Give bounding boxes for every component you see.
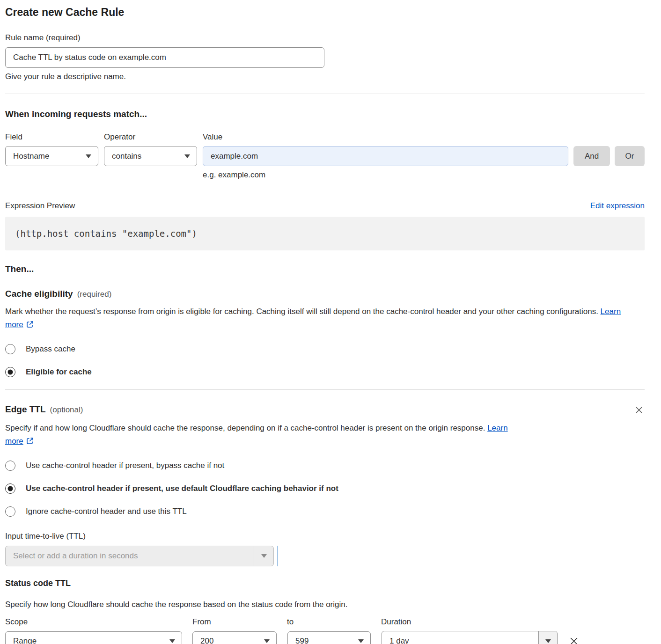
required-note: (required) (77, 290, 112, 299)
radio-option-bypass-cache[interactable]: Bypass cache (5, 344, 645, 354)
expression-header: Expression Preview Edit expression (5, 201, 645, 211)
or-button[interactable]: Or (615, 146, 645, 166)
radio-option-ignore-cc[interactable]: Ignore cache-control header and use this… (5, 506, 645, 517)
radio-selected-icon[interactable] (5, 483, 15, 494)
to-select-value: 599 (295, 637, 353, 644)
from-select[interactable]: 200 (192, 631, 277, 644)
status-code-ttl-heading: Status code TTL (5, 578, 645, 588)
radio-label: Eligible for cache (26, 367, 92, 377)
then-heading: Then... (5, 264, 645, 274)
edge-ttl-description-text: Specify if and how long Cloudflare shoul… (5, 424, 485, 432)
close-icon (634, 409, 644, 416)
rule-name-helper: Give your rule a descriptive name. (5, 72, 645, 81)
ttl-select-placeholder: Select or add a duration in seconds (6, 551, 254, 561)
duration-select[interactable]: 1 day (382, 631, 558, 644)
field-select-value: Hostname (13, 152, 81, 161)
edge-ttl-heading: Edge TTL (5, 404, 46, 415)
status-code-ttl-description: Specify how long Cloudflare should cache… (5, 598, 645, 611)
radio-label: Use cache-control header if present, use… (26, 484, 338, 493)
page-title: Create new Cache Rule (5, 6, 645, 19)
ttl-select-row: Select or add a duration in seconds (5, 546, 645, 566)
text-cursor-bar (277, 546, 278, 566)
external-link-icon (26, 436, 34, 443)
rule-name-label: Rule name (required) (5, 33, 645, 43)
from-select-value: 200 (200, 637, 259, 644)
radio-unselected-icon[interactable] (5, 506, 15, 517)
radio-label: Ignore cache-control header and use this… (26, 507, 187, 516)
operator-select-value: contains (112, 152, 180, 161)
from-label: From (192, 617, 287, 627)
radio-option-eligible-for-cache[interactable]: Eligible for cache (5, 367, 645, 377)
ttl-select-arrow-button[interactable] (254, 546, 273, 566)
cache-eligibility-description-text: Mark whether the request’s response from… (5, 307, 598, 316)
match-controls-row: Hostname contains And Or (5, 146, 645, 166)
status-controls-row: Range 200 599 1 day (5, 631, 645, 644)
section-divider (5, 94, 645, 94)
field-select[interactable]: Hostname (5, 146, 98, 166)
duration-select-value: 1 day (382, 631, 538, 644)
edge-ttl-heading-group: Edge TTL (optional) (5, 404, 83, 415)
create-cache-rule-form: Create new Cache Rule Rule name (require… (0, 0, 661, 644)
value-label: Value (203, 132, 222, 142)
expression-preview-box: (http.host contains "example.com") (5, 217, 645, 250)
section-divider (5, 389, 645, 390)
chevron-down-icon (264, 639, 270, 643)
value-hint: e.g. example.com (203, 170, 645, 180)
chevron-down-icon (358, 639, 364, 643)
chevron-down-icon (184, 154, 190, 158)
scope-select[interactable]: Range (5, 631, 182, 644)
optional-note: (optional) (50, 405, 83, 415)
radio-selected-icon[interactable] (5, 367, 15, 377)
operator-label: Operator (104, 132, 203, 142)
cache-eligibility-description: Mark whether the request’s response from… (5, 305, 635, 331)
edit-expression-link[interactable]: Edit expression (590, 201, 645, 211)
ttl-duration-select[interactable]: Select or add a duration in seconds (5, 546, 274, 566)
radio-unselected-icon[interactable] (5, 461, 15, 471)
ttl-input-label: Input time-to-live (TTL) (5, 532, 645, 541)
duration-label: Duration (381, 617, 411, 627)
radio-unselected-icon[interactable] (5, 344, 15, 354)
match-heading: When incoming requests match... (5, 109, 645, 119)
chevron-down-icon (261, 554, 267, 558)
cache-eligibility-heading-row: Cache eligibility (required) (5, 289, 645, 299)
duration-select-arrow-button[interactable] (538, 631, 557, 644)
scope-label: Scope (5, 617, 192, 627)
scope-select-value: Range (13, 637, 165, 644)
remove-status-ttl-row-button[interactable] (567, 635, 580, 644)
match-labels-row: Field Operator Value (5, 132, 645, 142)
cache-eligibility-heading: Cache eligibility (5, 289, 73, 299)
radio-label: Use cache-control header if present, byp… (26, 461, 224, 470)
chevron-down-icon (545, 639, 551, 643)
radio-label: Bypass cache (26, 344, 75, 354)
edge-ttl-heading-row: Edge TTL (optional) (5, 404, 645, 416)
external-link-icon (26, 319, 34, 327)
to-select[interactable]: 599 (287, 631, 371, 644)
to-label: to (287, 617, 381, 627)
rule-name-input[interactable] (5, 47, 324, 68)
chevron-down-icon (86, 154, 91, 158)
field-label: Field (5, 132, 104, 142)
value-input[interactable] (203, 146, 568, 166)
status-labels-row: Scope From to Duration (5, 617, 645, 627)
chevron-down-icon (169, 639, 175, 643)
radio-option-cc-bypass[interactable]: Use cache-control header if present, byp… (5, 461, 645, 471)
expression-preview-label: Expression Preview (5, 201, 75, 211)
expression-code: (http.host contains "example.com") (15, 228, 197, 239)
close-edge-ttl-button[interactable] (633, 404, 645, 416)
operator-select[interactable]: contains (104, 146, 197, 166)
edge-ttl-description: Specify if and how long Cloudflare shoul… (5, 422, 522, 448)
and-button[interactable]: And (573, 146, 610, 166)
close-icon (568, 641, 580, 644)
radio-option-cc-default[interactable]: Use cache-control header if present, use… (5, 483, 645, 494)
